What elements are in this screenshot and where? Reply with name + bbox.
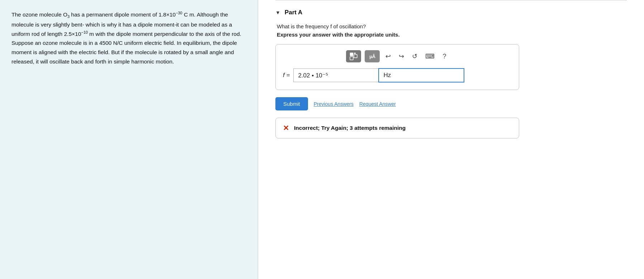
undo-button[interactable]: ↩ [383, 51, 393, 62]
svg-rect-1 [350, 57, 353, 60]
part-header: ▼ Part A [275, 9, 627, 16]
mu-label: μÅ [369, 54, 375, 59]
feedback-text: Incorrect; Try Again; 3 attempts remaini… [294, 125, 406, 131]
submit-button[interactable]: Submit [275, 97, 308, 110]
collapse-chevron[interactable]: ▼ [275, 10, 280, 15]
unit-input[interactable] [378, 68, 464, 82]
keyboard-button[interactable]: ⌨ [423, 51, 437, 62]
keyboard-icon: ⌨ [425, 53, 435, 60]
f-label: f = [283, 72, 290, 79]
svg-rect-3 [354, 53, 356, 54]
help-button[interactable]: ? [440, 51, 448, 62]
answer-toolbar: μÅ ↩ ↪ ↺ ⌨ ? [283, 50, 512, 62]
refresh-button[interactable]: ↺ [410, 51, 420, 62]
help-icon: ? [442, 53, 446, 60]
undo-icon: ↩ [385, 53, 391, 60]
feedback-box: ✕ Incorrect; Try Again; 3 attempts remai… [275, 118, 519, 138]
units-button[interactable]: μÅ [365, 50, 380, 62]
question-instruction: Express your answer with the appropriate… [277, 32, 627, 38]
value-input[interactable] [293, 68, 378, 82]
answer-box: μÅ ↩ ↪ ↺ ⌨ ? f = [275, 44, 519, 90]
previous-answers-button[interactable]: Previous Answers [314, 101, 354, 107]
redo-icon: ↪ [399, 53, 404, 60]
action-row: Submit Previous Answers Request Answer [275, 97, 519, 110]
input-row: f = [283, 68, 512, 82]
answer-panel: ▼ Part A What is the frequency f of osci… [258, 0, 644, 279]
top-divider [275, 0, 627, 0]
question-text: What is the frequency f of oscillation? [277, 23, 627, 29]
template-button[interactable] [346, 50, 361, 62]
problem-statement: The ozone molecule O3 has a permanent di… [0, 0, 258, 279]
request-answer-button[interactable]: Request Answer [359, 101, 396, 107]
refresh-icon: ↺ [412, 53, 417, 60]
redo-button[interactable]: ↪ [397, 51, 406, 62]
incorrect-icon: ✕ [283, 124, 289, 132]
part-title: Part A [285, 9, 302, 16]
svg-rect-2 [354, 55, 357, 58]
svg-rect-0 [350, 53, 353, 56]
problem-text: The ozone molecule O3 has a permanent di… [11, 10, 246, 66]
